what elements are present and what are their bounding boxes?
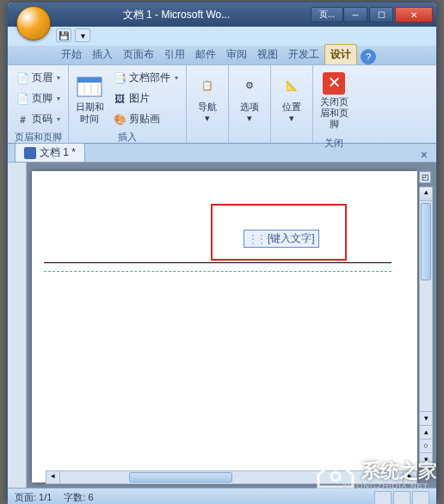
clipart-button[interactable]: 🎨剪贴画 bbox=[108, 109, 182, 129]
header-icon: 📄 bbox=[15, 71, 29, 85]
scroll-right-icon[interactable]: ▸ bbox=[403, 471, 416, 483]
footer-button[interactable]: 📄页脚▾ bbox=[11, 89, 65, 108]
scroll-up-icon[interactable]: ▴ bbox=[420, 187, 432, 201]
svg-rect-1 bbox=[77, 77, 102, 83]
page-number-button[interactable]: #️页码▾ bbox=[11, 109, 65, 129]
ribbon: 📄页眉▾ 📄页脚▾ #️页码▾ 页眉和页脚 日期和时间 📑文档部件▾ 🖼图片 🎨… bbox=[8, 65, 436, 144]
app-window: 文档 1 - Microsoft Wo... 页... ─ ☐ ✕ 💾 ▾ 开始… bbox=[7, 2, 437, 501]
window-title: 文档 1 - Microsoft Wo... bbox=[42, 8, 311, 22]
tab-home[interactable]: 开始 bbox=[56, 45, 87, 65]
page-status[interactable]: 页面: 1/1 bbox=[15, 491, 52, 504]
chevron-down-icon: ▾ bbox=[175, 74, 178, 82]
header-rule-line bbox=[44, 262, 392, 263]
group-insert: 日期和时间 📑文档部件▾ 🖼图片 🎨剪贴画 插入 bbox=[69, 65, 187, 143]
document-tab-label: 文档 1 * bbox=[40, 145, 76, 160]
picture-button[interactable]: 🖼图片 bbox=[108, 89, 182, 108]
word-count-status[interactable]: 字数: 6 bbox=[64, 491, 93, 504]
group-navigation: 📋 导航 ▾ bbox=[187, 65, 229, 143]
position-button[interactable]: 📐 位置 ▾ bbox=[274, 68, 309, 128]
tab-mailings[interactable]: 邮件 bbox=[190, 45, 221, 65]
calendar-icon bbox=[76, 72, 103, 100]
group-label: 关闭 bbox=[317, 135, 351, 151]
close-doc-tab-icon[interactable]: × bbox=[417, 148, 431, 162]
maximize-button[interactable]: ☐ bbox=[369, 7, 393, 22]
chevron-down-icon: ▾ bbox=[57, 74, 60, 82]
position-icon: 📐 bbox=[278, 72, 305, 100]
page-indicator: 页... bbox=[311, 7, 343, 22]
group-position: 📐 位置 ▾ bbox=[271, 65, 313, 143]
tab-page-layout[interactable]: 页面布 bbox=[118, 45, 159, 65]
header-text-placeholder[interactable]: ⋮⋮ [键入文字] bbox=[244, 230, 319, 248]
navigation-icon: 📋 bbox=[194, 72, 221, 100]
quick-access-toolbar: 💾 ▾ bbox=[56, 27, 90, 44]
tab-references[interactable]: 引用 bbox=[159, 45, 190, 65]
group-options: ⚙ 选项 ▾ bbox=[229, 65, 271, 143]
qat-dropdown-icon[interactable]: ▾ bbox=[75, 28, 90, 42]
tab-review[interactable]: 审阅 bbox=[221, 45, 252, 65]
page-number-icon: #️ bbox=[15, 113, 29, 126]
chevron-down-icon: ▾ bbox=[289, 113, 294, 124]
vertical-scrollbar[interactable]: ▴ ▾ ▴ ○ ▾ bbox=[419, 187, 433, 467]
document-tab[interactable]: 文档 1 * bbox=[15, 143, 85, 162]
scroll-left-icon[interactable]: ◂ bbox=[46, 471, 60, 483]
chevron-down-icon: ▾ bbox=[57, 115, 60, 123]
options-icon: ⚙ bbox=[236, 72, 263, 100]
document-parts-button[interactable]: 📑文档部件▾ bbox=[108, 68, 182, 88]
header-button[interactable]: 📄页眉▾ bbox=[11, 68, 65, 88]
ribbon-tabs: 开始 插入 页面布 引用 邮件 审阅 视图 开发工 设计 ? bbox=[8, 46, 436, 65]
footer-icon: 📄 bbox=[15, 92, 29, 106]
chevron-down-icon: ▾ bbox=[205, 113, 210, 124]
prev-page-icon[interactable]: ▴ bbox=[420, 425, 432, 439]
group-header-footer: 📄页眉▾ 📄页脚▾ #️页码▾ 页眉和页脚 bbox=[8, 65, 69, 143]
word-doc-icon bbox=[24, 147, 36, 159]
tab-design[interactable]: 设计 bbox=[324, 44, 357, 65]
ruler-toggle-icon[interactable]: ◰ bbox=[419, 171, 431, 183]
help-icon[interactable]: ? bbox=[361, 49, 376, 65]
view-fullscreen-icon[interactable] bbox=[393, 491, 410, 505]
picture-icon: 🖼 bbox=[113, 92, 126, 106]
minimize-button[interactable]: ─ bbox=[343, 7, 367, 22]
grip-icon: ⋮⋮ bbox=[248, 233, 265, 245]
browse-object-icon[interactable]: ○ bbox=[420, 439, 432, 452]
group-label: 插入 bbox=[72, 129, 182, 145]
title-bar[interactable]: 文档 1 - Microsoft Wo... 页... ─ ☐ ✕ bbox=[8, 3, 436, 27]
view-print-layout-icon[interactable] bbox=[374, 491, 392, 505]
document-area[interactable]: ⋮⋮ [键入文字] ◰ ▴ ▾ ▴ ○ ▾ ◂ ▸ bbox=[27, 163, 436, 488]
scroll-thumb-h[interactable] bbox=[129, 472, 232, 482]
close-button[interactable]: ✕ bbox=[395, 7, 433, 22]
document-tabs: 文档 1 * × bbox=[8, 144, 436, 163]
close-icon: ✕ bbox=[323, 72, 345, 95]
scroll-down-icon[interactable]: ▾ bbox=[420, 411, 432, 425]
close-header-footer-button[interactable]: ✕ 关闭页眉和页脚 bbox=[317, 68, 351, 135]
save-icon[interactable]: 💾 bbox=[56, 28, 71, 42]
navigation-button[interactable]: 📋 导航 ▾ bbox=[190, 68, 225, 128]
parts-icon: 📑 bbox=[113, 71, 126, 85]
scroll-thumb[interactable] bbox=[421, 203, 431, 280]
office-button[interactable] bbox=[16, 6, 51, 40]
workspace: ⋮⋮ [键入文字] ◰ ▴ ▾ ▴ ○ ▾ ◂ ▸ bbox=[8, 163, 436, 488]
header-boundary-line bbox=[44, 271, 392, 272]
tab-developer[interactable]: 开发工 bbox=[283, 45, 324, 65]
chevron-down-icon: ▾ bbox=[57, 95, 60, 102]
tab-view[interactable]: 视图 bbox=[252, 45, 283, 65]
view-web-icon[interactable] bbox=[412, 491, 429, 505]
clipart-icon: 🎨 bbox=[113, 113, 126, 126]
next-page-icon[interactable]: ▾ bbox=[420, 452, 432, 466]
horizontal-scrollbar[interactable]: ◂ ▸ bbox=[46, 470, 417, 484]
group-close: ✕ 关闭页眉和页脚 关闭 bbox=[313, 65, 355, 143]
datetime-button[interactable]: 日期和时间 bbox=[72, 68, 107, 129]
vertical-ruler[interactable] bbox=[8, 163, 27, 488]
chevron-down-icon: ▾ bbox=[247, 113, 252, 124]
options-button[interactable]: ⚙ 选项 ▾ bbox=[232, 68, 267, 128]
status-bar: 页面: 1/1 字数: 6 bbox=[8, 488, 436, 504]
tab-insert[interactable]: 插入 bbox=[87, 45, 118, 65]
